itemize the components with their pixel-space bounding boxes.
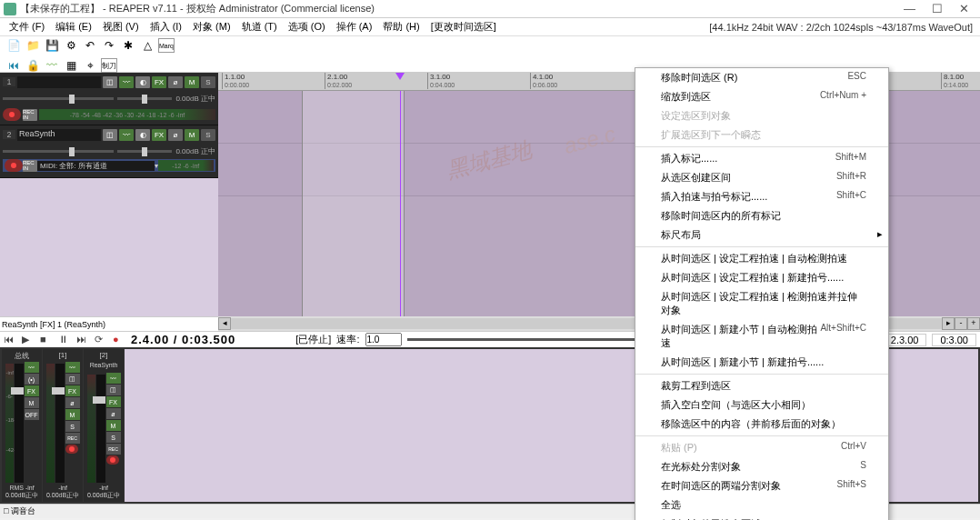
fx-button[interactable]: FX <box>106 396 121 407</box>
context-menu-item[interactable]: 缩放到选区Ctrl+Num + <box>635 87 888 106</box>
mixer-tab[interactable]: □ 调音台 <box>4 505 35 517</box>
track-name-field[interactable]: ReaSynth <box>17 129 101 141</box>
mute-button[interactable]: M <box>65 409 80 420</box>
solo-button[interactable]: OFF <box>25 409 39 420</box>
context-menu-item[interactable]: 全选 <box>635 495 888 515</box>
scroll-left-icon[interactable]: ◂ <box>218 317 231 330</box>
record-arm-button[interactable] <box>3 108 21 121</box>
mute-button[interactable]: M <box>185 129 199 141</box>
volume-slider[interactable] <box>3 150 114 153</box>
context-menu-item[interactable]: 从时间选区 | 设定工程拍速 | 新建拍号...... <box>635 268 888 287</box>
context-menu-item[interactable]: 插入拍速与拍号标记......Shift+C <box>635 187 888 206</box>
menu-file[interactable]: 文件 (F) <box>4 20 50 34</box>
pan-slider[interactable] <box>117 97 173 100</box>
route-button[interactable]: ◫ <box>103 76 117 88</box>
time-display[interactable]: 2.4.00 / 0:03.500 <box>131 333 235 346</box>
undo-icon[interactable]: ↶ <box>82 38 98 53</box>
zoom-in-icon[interactable]: + <box>967 317 980 330</box>
edit-cursor[interactable] <box>400 91 401 316</box>
fx-button[interactable]: FX <box>152 76 166 88</box>
env-button[interactable]: 〰 <box>65 362 80 373</box>
menu-edit[interactable]: 编辑 (E) <box>50 20 97 34</box>
phase-button[interactable]: ø <box>106 408 121 419</box>
track-row[interactable]: 2 ReaSynth ◫ 〰 ◐ FX ø M S 0.00dB 正中 REC … <box>0 125 218 178</box>
lock-icon[interactable]: 🔒 <box>25 58 41 73</box>
record-icon[interactable]: ● <box>113 334 125 346</box>
grid-icon[interactable]: ▦ <box>63 58 79 73</box>
context-menu-item[interactable]: 标尺布局▸ <box>635 225 888 245</box>
menu-track[interactable]: 轨道 (T) <box>236 20 283 34</box>
rate-input[interactable] <box>365 333 402 346</box>
menu-actions[interactable]: 操作 (A) <box>331 20 378 34</box>
close-button[interactable]: ✕ <box>959 2 969 15</box>
fader[interactable] <box>15 364 24 483</box>
context-menu-item[interactable]: 从时间选区 | 设定工程拍速 | 自动检测拍速 <box>635 249 888 268</box>
menu-help[interactable]: 帮助 (H) <box>377 20 425 34</box>
mute-button[interactable]: M <box>106 420 121 431</box>
env-button[interactable]: 〰 <box>25 362 39 373</box>
fx-button[interactable]: FX <box>152 129 166 141</box>
fx-button[interactable]: FX <box>25 385 39 396</box>
mixer-channel[interactable]: [2] ReaSynth 〰 ◫ FX ø M S REC -inf 0.00d… <box>84 349 124 502</box>
mono-button[interactable]: (•) <box>25 374 39 385</box>
record-arm-button[interactable] <box>106 455 119 465</box>
selection-start[interactable]: 2.3.00 <box>883 334 927 346</box>
pan-slider[interactable] <box>117 150 173 153</box>
solo-button[interactable]: S <box>201 76 215 88</box>
record-arm-button[interactable] <box>65 445 78 454</box>
time-selection[interactable] <box>302 91 405 316</box>
go-start-icon[interactable]: ⏮ <box>4 334 16 346</box>
ch-name[interactable]: ReaSynth <box>90 362 118 373</box>
trim-button[interactable]: ◐ <box>135 76 150 88</box>
context-menu-item[interactable]: 移除时间选区 (R)ESC <box>635 68 888 87</box>
new-icon[interactable]: 📄 <box>5 38 22 53</box>
play-icon[interactable]: ▶ <box>22 334 35 346</box>
envelope-icon[interactable]: 〰 <box>44 58 60 73</box>
route-button[interactable]: ◫ <box>103 129 117 141</box>
track-name-field[interactable] <box>17 76 101 88</box>
stop-icon[interactable]: ■ <box>40 334 53 346</box>
fx-label[interactable]: ReaSynth [FX] 1 (ReaSynth) <box>0 316 218 331</box>
rec-in-button[interactable]: REC IN <box>23 109 37 121</box>
solo-button[interactable]: S <box>65 421 80 432</box>
env-button[interactable]: 〰 <box>119 129 134 141</box>
settings-icon[interactable]: ⚙ <box>63 38 79 53</box>
midi-input-label[interactable]: MIDI: 全部: 所有通道 <box>37 161 155 171</box>
io-button[interactable]: ◫ <box>65 374 80 385</box>
rate-slider[interactable] <box>407 338 659 341</box>
scroll-right-icon[interactable]: ▸ <box>942 317 955 330</box>
record-arm-button[interactable] <box>5 159 23 172</box>
open-icon[interactable]: 📁 <box>25 38 41 53</box>
snap-icon[interactable]: ⌖ <box>82 58 98 73</box>
context-menu-item[interactable]: 插入空白空间（与选区大小相同） <box>635 395 888 415</box>
env-button[interactable]: 〰 <box>106 373 121 384</box>
rec-in-button[interactable]: REC IN <box>23 160 37 172</box>
recin-button[interactable]: REC <box>65 433 80 444</box>
context-menu-item[interactable]: 在时间选区的两端分割对象Shift+S <box>635 476 888 495</box>
redo-icon[interactable]: ↷ <box>101 38 117 53</box>
context-menu-item[interactable]: 从时间选区 | 新建小节 | 新建拍号...... <box>635 353 888 372</box>
context-menu-item[interactable]: 在光标处分割对象S <box>635 457 888 476</box>
menu-timesel[interactable]: [更改时间选区] <box>425 20 502 34</box>
menu-item[interactable]: 对象 (M) <box>187 20 236 34</box>
mute-button[interactable]: M <box>25 397 39 408</box>
recin-button[interactable]: REC <box>106 444 121 455</box>
mixer-channel[interactable]: [1] 〰 ◫ FX ø M S REC -inf 0.00dB正中 <box>43 349 83 502</box>
io-button[interactable]: ◫ <box>106 385 121 395</box>
context-menu-item[interactable]: 从时间选区 | 新建小节 | 自动检测拍速Alt+Shift+C <box>635 320 888 353</box>
fx-button[interactable]: FX <box>65 385 80 396</box>
go-end-icon[interactable]: ⏭ <box>76 334 89 346</box>
fader[interactable] <box>96 375 105 483</box>
menu-view[interactable]: 视图 (V) <box>97 20 145 34</box>
track-row[interactable]: 1 ◫ 〰 ◐ FX ø M S 0.00dB 正中 REC IN -78 -5… <box>0 73 218 125</box>
volume-slider[interactable] <box>3 97 114 100</box>
audio-status[interactable]: [44.1kHz 24bit WAV : 2/2ch 1024spls ~43/… <box>709 22 976 33</box>
ripple-icon[interactable]: 制刀 <box>101 58 117 73</box>
context-menu-item[interactable]: 插入标记......Shift+M <box>635 149 888 168</box>
pause-icon[interactable]: ⏸ <box>58 334 71 346</box>
minimize-button[interactable]: — <box>904 2 915 15</box>
maximize-button[interactable]: ☐ <box>932 2 943 15</box>
menu-options[interactable]: 选项 (O) <box>283 20 331 34</box>
menu-insert[interactable]: 插入 (I) <box>145 20 187 34</box>
phase-button[interactable]: ø <box>65 397 80 408</box>
